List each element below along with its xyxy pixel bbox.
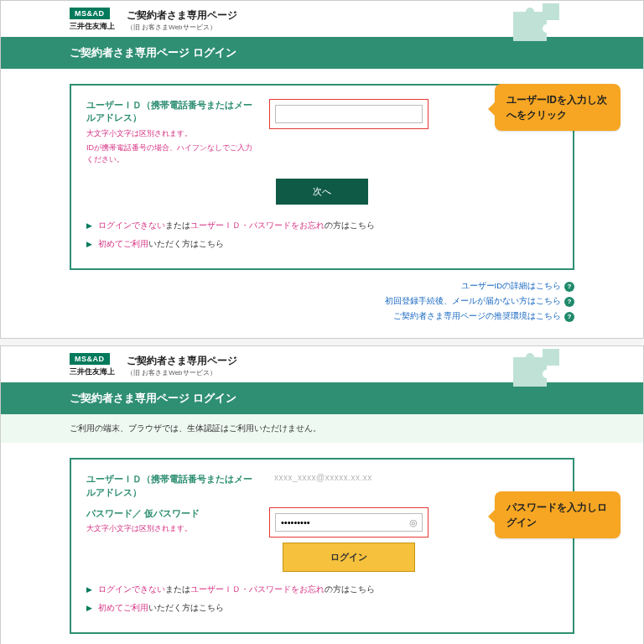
user-id-readonly-value: xxxx_xxxx@xxxxx.xx.xx: [269, 473, 428, 482]
help-link-firsttime[interactable]: ▶ 初めてご利用いただく方はこちら: [86, 602, 558, 614]
biometric-notice: ご利用の端末、ブラウザでは、生体認証はご利用いただけません。: [1, 414, 643, 443]
info-links: ユーザーIDの詳細はこちら? 初回登録手続後、メールが届かない方はこちら? ご契…: [1, 270, 643, 322]
password-input-highlight: ◎: [269, 507, 428, 538]
top-bar: MS&AD 三井住友海上 ご契約者さま専用ページ （旧 お客さまWebサービス）: [1, 1, 643, 37]
info-link-environment[interactable]: ご契約者さま専用ページの推奨環境はこちら?: [1, 311, 574, 322]
caret-icon: ▶: [86, 240, 92, 248]
user-id-input[interactable]: [275, 105, 423, 123]
show-password-icon[interactable]: ◎: [409, 517, 418, 528]
screenshot-step-1: MS&AD 三井住友海上 ご契約者さま専用ページ （旧 お客さまWebサービス）…: [0, 0, 644, 339]
page-header-bar: ご契約者さま専用ページ ログイン: [1, 382, 643, 414]
logo-company-name: 三井住友海上: [70, 366, 115, 377]
page-subtitle: （旧 お客さまWebサービス）: [127, 368, 237, 377]
password-hint: 大文字小文字は区別されます。: [86, 523, 254, 535]
user-id-input-highlight: [269, 99, 428, 129]
user-id-hint-case: 大文字小文字は区別されます。: [86, 128, 254, 140]
page-header-bar: ご契約者さま専用ページ ログイン: [1, 37, 643, 69]
help-icon: ?: [564, 282, 574, 292]
help-link-firsttime[interactable]: ▶ 初めてご利用いただく方はこちら: [86, 238, 558, 250]
login-button[interactable]: ログイン: [283, 543, 415, 572]
user-id-label: ユーザーＩＤ（携帯電話番号またはメールアドレス）: [86, 99, 254, 125]
password-input[interactable]: [275, 513, 423, 532]
page-title: ご契約者さま専用ページ: [127, 8, 237, 23]
brand-logo: MS&AD 三井住友海上: [70, 353, 115, 377]
logo-badge: MS&AD: [70, 8, 110, 19]
help-link-forgot[interactable]: ▶ ログインできないまたはユーザーＩＤ・パスワードをお忘れの方はこちら: [86, 584, 558, 595]
help-icon: ?: [564, 297, 574, 307]
logo-company-name: 三井住友海上: [70, 21, 115, 32]
help-icon: ?: [564, 312, 574, 322]
page-title-block: ご契約者さま専用ページ （旧 お客さまWebサービス）: [127, 354, 237, 377]
page-title: ご契約者さま専用ページ: [127, 354, 237, 368]
password-label: パスワード／ 仮パスワード: [86, 507, 254, 520]
brand-logo: MS&AD 三井住友海上: [70, 8, 115, 32]
login-form-panel: ユーザーＩＤ（携帯電話番号またはメールアドレス） xxxx_xxxx@xxxxx…: [70, 458, 574, 634]
next-button[interactable]: 次へ: [276, 179, 368, 205]
top-bar: MS&AD 三井住友海上 ご契約者さま専用ページ （旧 お客さまWebサービス）: [1, 346, 643, 382]
info-link-mail-missing[interactable]: 初回登録手続後、メールが届かない方はこちら?: [1, 296, 574, 307]
user-id-hint-hyphen: IDが携帯電話番号の場合、ハイフンなしでご入力ください。: [86, 143, 254, 165]
logo-badge: MS&AD: [70, 353, 110, 365]
puzzle-decoration: [509, 345, 568, 387]
page-title-block: ご契約者さま専用ページ （旧 お客さまWebサービス）: [127, 8, 237, 32]
help-link-forgot[interactable]: ▶ ログインできないまたはユーザーＩＤ・パスワードをお忘れの方はこちら: [86, 220, 558, 231]
caret-icon: ▶: [86, 221, 92, 230]
caret-icon: ▶: [86, 604, 92, 612]
puzzle-decoration: [509, 0, 568, 41]
page-subtitle: （旧 お客さまWebサービス）: [127, 23, 237, 32]
annotation-callout-2: パスワードを入力しログイン: [495, 491, 621, 538]
user-id-label: ユーザーＩＤ（携帯電話番号またはメールアドレス）: [86, 473, 254, 499]
info-link-userid-detail[interactable]: ユーザーIDの詳細はこちら?: [1, 281, 574, 292]
caret-icon: ▶: [86, 585, 92, 594]
annotation-callout-1: ユーザーIDを入力し次へをクリック: [495, 84, 621, 131]
